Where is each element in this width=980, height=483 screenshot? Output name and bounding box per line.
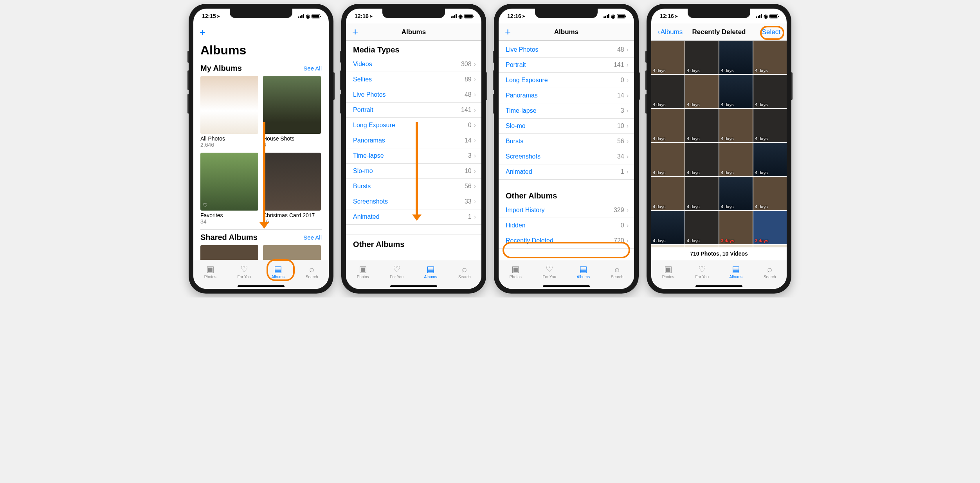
add-button[interactable]: +	[352, 26, 358, 38]
list-row[interactable]: Import History329›	[499, 203, 634, 218]
thumbnail[interactable]: 4 days	[685, 109, 719, 142]
tab-albums[interactable]: ▤Albums	[719, 260, 753, 283]
home-indicator[interactable]	[651, 283, 787, 289]
list-row[interactable]: Selfies89›	[346, 72, 481, 87]
list-row[interactable]: Hidden0›	[499, 218, 634, 233]
album-thumb	[263, 76, 321, 134]
list-row[interactable]: Long Exposure0›	[346, 118, 481, 133]
thumbnail[interactable]: 4 days	[685, 211, 719, 244]
tab-photos[interactable]: ▣Photos	[651, 260, 685, 283]
album-house-shots[interactable]: House Shots 6	[263, 76, 322, 148]
tab-bar: ▣Photos ♡For You ▤Albums ⌕Search	[499, 260, 634, 283]
thumbnail[interactable]: 4 days	[685, 75, 719, 108]
thumbnail[interactable]: 4 days	[719, 177, 753, 210]
list-row[interactable]: Live Photos48›	[499, 42, 634, 58]
tab-search[interactable]: ⌕Search	[753, 260, 787, 283]
list-row[interactable]: Live Photos48›	[346, 87, 481, 103]
thumbnail[interactable]: 3 days	[753, 245, 787, 247]
row-count: 56	[465, 183, 472, 190]
signal-icon	[451, 14, 457, 18]
row-label: Portrait	[353, 106, 373, 114]
list-row[interactable]: Screenshots33›	[346, 194, 481, 209]
back-button[interactable]: ‹Albums	[658, 28, 683, 36]
album-thumb[interactable]	[200, 245, 258, 260]
thumbnail[interactable]: 4 days	[685, 143, 719, 176]
photos-icon: ▣	[359, 265, 367, 274]
thumbnail[interactable]: 4 days	[753, 75, 787, 108]
list-row[interactable]: Time-lapse3›	[499, 103, 634, 119]
thumbnail[interactable]: 4 days	[685, 177, 719, 210]
list-row[interactable]: Bursts56›	[499, 134, 634, 149]
thumbnail[interactable]: 4 days	[685, 41, 719, 74]
list-row[interactable]: Panoramas14›	[499, 88, 634, 103]
list-row[interactable]: Portrait141›	[346, 103, 481, 118]
see-all-link[interactable]: See All	[303, 65, 322, 72]
thumbnail[interactable]: 4 days	[753, 41, 787, 74]
chevron-right-icon: ›	[627, 123, 629, 130]
list-row[interactable]: Panoramas14›	[346, 133, 481, 148]
list-row[interactable]: Bursts56›	[346, 179, 481, 194]
list-row[interactable]: Videos308›	[346, 57, 481, 72]
list-row[interactable]: Animated1›	[499, 164, 634, 180]
tab-photos[interactable]: ▣Photos	[193, 260, 227, 283]
tab-photos[interactable]: ▣Photos	[499, 260, 533, 283]
tab-for-you[interactable]: ♡For You	[380, 260, 414, 283]
thumbnail[interactable]: 4 days	[651, 177, 685, 210]
row-label: Live Photos	[353, 91, 386, 98]
list-row[interactable]: Portrait141›	[499, 58, 634, 73]
add-button[interactable]: +	[200, 26, 205, 38]
tab-albums[interactable]: ▤Albums	[566, 260, 600, 283]
album-christmas[interactable]: Christmas Card 2017 16	[263, 153, 322, 225]
album-thumb[interactable]	[263, 245, 321, 260]
thumbnail[interactable]: 4 days	[651, 109, 685, 142]
see-all-link[interactable]: See All	[303, 234, 322, 241]
home-indicator[interactable]	[193, 283, 329, 289]
thumbnail[interactable]: 3 days	[685, 245, 719, 247]
shared-albums-heading: Shared Albums	[200, 233, 258, 242]
tab-search[interactable]: ⌕Search	[600, 260, 634, 283]
thumbnail[interactable]: 3 days	[753, 211, 787, 244]
phone-mockup-2: 12:16➤ ◉ + Albums Media Types Videos308›…	[341, 4, 486, 294]
thumbnail[interactable]: 4 days	[651, 211, 685, 244]
thumbnail[interactable]: 4 days	[719, 75, 753, 108]
thumbnail[interactable]: 4 days	[651, 143, 685, 176]
home-indicator[interactable]	[346, 283, 481, 289]
photos-icon: ▣	[512, 265, 520, 274]
tab-photos[interactable]: ▣Photos	[346, 260, 380, 283]
list-row[interactable]: Slo-mo10›	[499, 119, 634, 134]
annotation-arrow	[416, 122, 418, 216]
tab-albums[interactable]: ▤Albums	[414, 260, 448, 283]
thumbnail[interactable]: 4 days	[719, 109, 753, 142]
heart-icon: ♡	[203, 202, 208, 208]
add-button[interactable]: +	[505, 26, 511, 38]
thumbnail[interactable]: 4 days	[753, 177, 787, 210]
album-favorites[interactable]: ♡ Favorites 34	[200, 153, 259, 225]
tab-for-you[interactable]: ♡For You	[533, 260, 567, 283]
tab-for-you[interactable]: ♡For You	[227, 260, 261, 283]
thumbnail[interactable]: 4 days	[651, 41, 685, 74]
tab-search[interactable]: ⌕Search	[295, 260, 329, 283]
row-label: Panoramas	[506, 92, 538, 99]
thumbnail[interactable]: 4 days	[719, 143, 753, 176]
row-label: Panoramas	[353, 137, 385, 144]
album-all-photos[interactable]: All Photos 2,646	[200, 76, 259, 148]
home-indicator[interactable]	[499, 283, 634, 289]
thumbnail[interactable]: 3 days	[719, 211, 753, 244]
album-thumb: ♡	[200, 153, 258, 211]
signal-icon	[603, 14, 609, 18]
tab-for-you[interactable]: ♡For You	[685, 260, 719, 283]
list-row[interactable]: Screenshots34›	[499, 149, 634, 164]
thumbnail[interactable]: 4 days	[753, 143, 787, 176]
annotation-highlight	[760, 26, 784, 40]
list-row[interactable]: Slo-mo10›	[346, 164, 481, 179]
thumbnail[interactable]: 4 days	[651, 75, 685, 108]
thumbnail[interactable]: 4 days	[753, 109, 787, 142]
row-count: 10	[617, 123, 624, 130]
list-row[interactable]: Time-lapse3›	[346, 148, 481, 164]
thumbnail[interactable]: 3 days	[651, 245, 685, 247]
tab-search[interactable]: ⌕Search	[448, 260, 482, 283]
thumbnail[interactable]: 3 days	[719, 245, 753, 247]
count-footer: 710 Photos, 10 Videos	[651, 247, 787, 260]
list-row[interactable]: Long Exposure0›	[499, 73, 634, 88]
thumbnail[interactable]: 4 days	[719, 41, 753, 74]
